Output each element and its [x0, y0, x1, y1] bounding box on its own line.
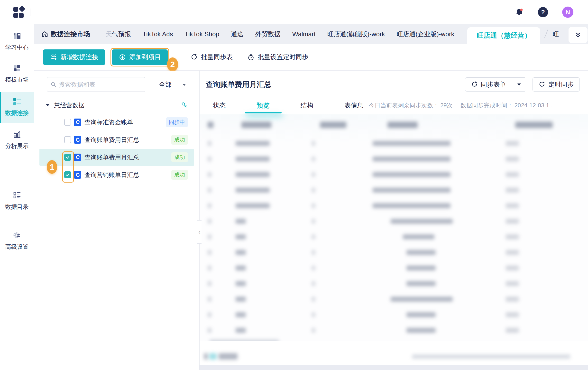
detail-tabs: 状态预览结构表信息 今日当前表剩余同步次数：29次 数据同步完成时间：2024-… — [213, 97, 583, 113]
blurred-cell — [236, 250, 246, 255]
blurred-cell — [312, 328, 315, 333]
connection-tab[interactable]: 旺 — [546, 30, 559, 38]
bottom-strip — [200, 365, 588, 370]
sidebar-item-1[interactable]: 学习中心 — [0, 31, 34, 51]
connection-tab[interactable]: 旺店通(旗舰版)-work — [327, 30, 385, 38]
connection-tab[interactable]: 通途 — [231, 30, 244, 38]
status-badge: 成功 — [171, 135, 188, 145]
search-icon — [51, 81, 56, 88]
blurred-cell — [312, 188, 315, 192]
user-avatar[interactable]: N — [562, 7, 573, 18]
sidebar-item-4[interactable]: 分析展示 — [0, 128, 34, 150]
left-nav-sidebar: 学习中心模板市场数据连接分析展示数据目录高级设置 — [0, 24, 34, 370]
home-icon — [41, 31, 48, 37]
connector-logo-icon — [74, 171, 81, 179]
detail-tab-状态[interactable]: 状态 — [213, 101, 226, 110]
blurred-preview-table — [200, 114, 588, 341]
blurred-cell — [406, 265, 436, 270]
row-checkbox[interactable] — [64, 119, 71, 126]
blurred-cell — [406, 312, 436, 317]
blurred-cell — [388, 122, 418, 128]
status-badge: 同步中 — [166, 117, 188, 127]
blurred-cell — [236, 281, 246, 286]
help-icon[interactable]: ? — [538, 7, 548, 17]
search-box — [47, 77, 145, 92]
sidebar-item-2[interactable]: 模板市场 — [0, 62, 34, 84]
connection-tab[interactable]: TikTok Shop — [185, 31, 219, 38]
group-label: 慧经营数据 — [54, 101, 84, 109]
search-input[interactable] — [59, 81, 142, 88]
connection-tab[interactable]: 旺店通（慧经营） — [467, 27, 540, 44]
detail-tab-结构[interactable]: 结构 — [301, 101, 313, 110]
table-list-item[interactable]: 查询账单费用月汇总 成功 — [39, 149, 194, 166]
blurred-pagination — [200, 352, 588, 362]
blurred-cell — [236, 188, 270, 192]
sidebar-item-3[interactable]: 数据连接 — [0, 92, 34, 123]
batch-sync-table-button[interactable]: 批量同步表 — [190, 53, 233, 61]
table-list-item[interactable]: 查询营销账单日汇总 成功 — [39, 166, 194, 183]
sync-form-split-button: 同步表单 — [465, 77, 526, 92]
blurred-cell — [208, 312, 211, 317]
blurred-pager-item — [209, 353, 217, 359]
table-list-item[interactable]: 查询标准资金账单 同步中 — [39, 114, 194, 131]
home-tab-label: 数据连接市场 — [51, 30, 90, 38]
tabs-overflow-button[interactable] — [568, 27, 588, 43]
active-tab-underline — [245, 112, 282, 113]
connection-tab[interactable]: TikTok Ads — [143, 31, 173, 38]
blurred-cell — [406, 328, 436, 333]
sync-form-dropdown-caret[interactable] — [512, 78, 526, 91]
panel-collapse-handle[interactable]: ‹ — [197, 220, 201, 244]
new-data-connection-label: 新增数据连接 — [60, 53, 98, 61]
refresh-icon — [539, 81, 546, 88]
topbar-divider — [30, 9, 31, 16]
sync-form-button[interactable]: 同步表单 — [465, 78, 512, 91]
blurred-cell — [208, 281, 211, 286]
connection-tab[interactable]: 天气预报 — [106, 30, 131, 38]
connection-tab[interactable]: Walmart — [292, 31, 316, 38]
key-icon[interactable] — [181, 102, 188, 109]
blurred-cell — [506, 219, 519, 224]
blurred-cell — [312, 203, 315, 208]
new-data-connection-button[interactable]: 新增数据连接 — [43, 49, 105, 65]
connection-tab-bar: 数据连接市场 天气预报TikTok AdsTikTok Shop通途外贸数据Wa… — [34, 24, 588, 44]
blurred-cell — [208, 297, 211, 302]
sidebar-item-label: 模板市场 — [0, 76, 34, 84]
connection-tab[interactable]: 外贸数据 — [255, 30, 281, 38]
batch-schedule-sync-label: 批量设置定时同步 — [258, 53, 308, 61]
blurred-cell — [506, 297, 519, 302]
row-checkbox[interactable] — [64, 136, 71, 143]
blurred-cell — [208, 141, 211, 146]
batch-schedule-sync-button[interactable]: 批量设置定时同步 — [247, 53, 308, 61]
blurred-cell — [312, 141, 315, 146]
data-connection-market-home[interactable]: 数据连接市场 — [41, 30, 90, 38]
top-bar: ? N — [0, 0, 588, 24]
blurred-cell — [312, 234, 315, 239]
schedule-sync-button[interactable]: 定时同步 — [533, 77, 580, 92]
blurred-cell — [236, 172, 270, 177]
blurred-cell — [236, 141, 270, 146]
add-to-project-button[interactable]: 添加到项目 — [112, 49, 168, 65]
batch-sync-table-label: 批量同步表 — [201, 53, 233, 61]
blurred-cell — [391, 219, 453, 224]
detail-tab-预览[interactable]: 预览 — [257, 101, 269, 110]
blurred-pager-item — [219, 353, 238, 359]
notifications-bell-icon[interactable] — [515, 8, 524, 17]
sidebar-item-5[interactable]: 数据目录 — [0, 189, 34, 211]
detail-tab-表信息[interactable]: 表信息 — [344, 101, 363, 110]
sidebar-item-6[interactable]: 高级设置 — [0, 229, 34, 251]
sync-form-label: 同步表单 — [481, 80, 506, 89]
blurred-cell — [236, 328, 246, 333]
connector-logo-icon — [74, 136, 81, 144]
active-tab-glow — [246, 114, 282, 117]
blurred-cell — [312, 297, 315, 302]
row-checkbox[interactable] — [64, 171, 71, 178]
type-filter-dropdown[interactable]: 全部 — [159, 80, 186, 89]
row-checkbox[interactable] — [64, 154, 71, 161]
connector-logo-icon — [74, 154, 81, 161]
tree-group-huijingying[interactable]: 慧经营数据 — [46, 100, 188, 111]
blurred-cell — [236, 312, 246, 317]
blurred-cell — [208, 234, 211, 239]
connection-tab[interactable]: 旺店通(企业版)-work — [397, 30, 454, 38]
table-list-item[interactable]: 查询账单费用日汇总 成功 — [39, 131, 194, 148]
blurred-cell — [208, 265, 211, 270]
